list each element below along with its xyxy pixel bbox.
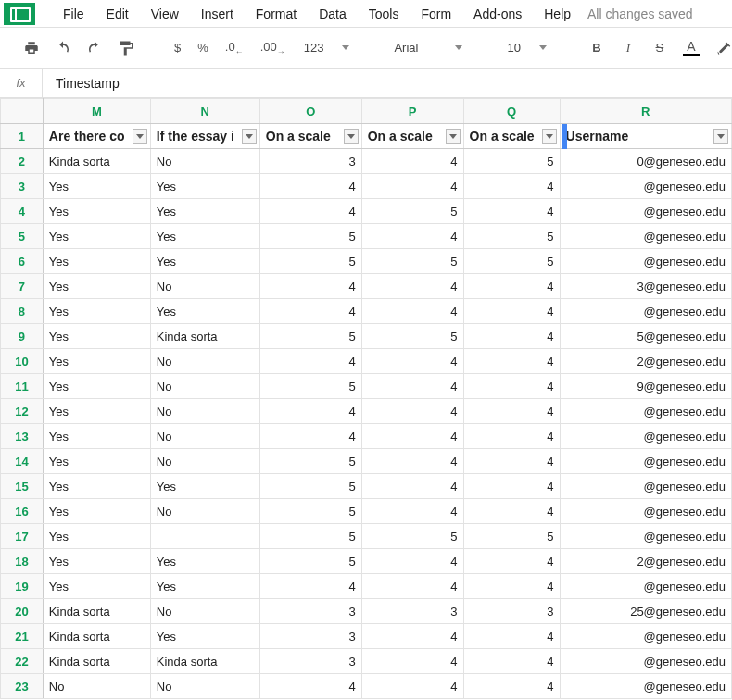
- cell[interactable]: 4: [463, 349, 560, 374]
- cell[interactable]: 4: [361, 574, 463, 599]
- cell[interactable]: 4: [259, 299, 361, 324]
- cell[interactable]: Kinda sorta: [150, 324, 259, 349]
- cell[interactable]: Yes: [43, 299, 150, 324]
- increase-decimal-button[interactable]: .00→: [255, 36, 291, 60]
- cell[interactable]: Yes: [150, 624, 259, 649]
- cell[interactable]: Yes: [43, 424, 150, 449]
- cell[interactable]: Yes: [43, 249, 150, 274]
- column-header-M[interactable]: M: [43, 99, 150, 124]
- cell[interactable]: 5: [259, 524, 361, 549]
- cell[interactable]: 4: [361, 174, 463, 199]
- cell[interactable]: 4: [259, 274, 361, 299]
- cell[interactable]: 3: [361, 599, 463, 624]
- cell[interactable]: 5: [259, 449, 361, 474]
- cell[interactable]: 5: [463, 524, 560, 549]
- cell[interactable]: 4: [361, 374, 463, 399]
- row-header[interactable]: 14: [1, 449, 44, 474]
- cell[interactable]: Yes: [150, 299, 259, 324]
- cell[interactable]: No: [150, 399, 259, 424]
- text-color-button[interactable]: A: [678, 35, 704, 61]
- menu-tools[interactable]: Tools: [358, 3, 410, 25]
- cell[interactable]: 4: [361, 649, 463, 674]
- header-cell[interactable]: Are there co: [43, 124, 150, 149]
- redo-button[interactable]: [82, 35, 107, 61]
- cell[interactable]: 4: [259, 424, 361, 449]
- cell[interactable]: 4: [259, 199, 361, 224]
- cell[interactable]: 4: [361, 449, 463, 474]
- cell[interactable]: 4: [463, 199, 560, 224]
- cell[interactable]: 4: [361, 399, 463, 424]
- cell[interactable]: 4: [463, 674, 560, 699]
- font-size-select[interactable]: 10: [499, 37, 553, 58]
- column-header-Q[interactable]: Q: [463, 99, 560, 124]
- undo-button[interactable]: [50, 35, 76, 61]
- header-cell[interactable]: On a scale: [361, 124, 463, 149]
- cell[interactable]: 4: [463, 324, 560, 349]
- cell[interactable]: Yes: [150, 174, 259, 199]
- cell[interactable]: No: [150, 149, 259, 174]
- cell[interactable]: Yes: [43, 474, 150, 499]
- cell[interactable]: 3: [463, 599, 560, 624]
- fill-color-button[interactable]: [710, 35, 732, 61]
- cell[interactable]: 4: [463, 549, 560, 574]
- cell[interactable]: 3: [259, 649, 361, 674]
- column-header-P[interactable]: P: [361, 99, 463, 124]
- row-header[interactable]: 8: [1, 299, 44, 324]
- cell[interactable]: @geneseo.edu: [560, 574, 731, 599]
- cell[interactable]: 4: [361, 624, 463, 649]
- cell[interactable]: 4: [259, 349, 361, 374]
- cell[interactable]: @geneseo.edu: [560, 474, 731, 499]
- cell[interactable]: Yes: [43, 174, 150, 199]
- cell[interactable]: Yes: [43, 224, 150, 249]
- cell[interactable]: 5: [361, 199, 463, 224]
- row-header[interactable]: 13: [1, 424, 44, 449]
- cell[interactable]: 4: [361, 149, 463, 174]
- bold-button[interactable]: B: [584, 35, 610, 61]
- header-cell[interactable]: On a scale: [463, 124, 560, 149]
- filter-button[interactable]: [344, 129, 359, 144]
- filter-button[interactable]: [542, 129, 557, 144]
- cell[interactable]: No: [150, 349, 259, 374]
- row-header[interactable]: 12: [1, 399, 44, 424]
- cell[interactable]: 4: [463, 474, 560, 499]
- cell[interactable]: No: [150, 674, 259, 699]
- menu-add-ons[interactable]: Add-ons: [462, 3, 533, 25]
- cell[interactable]: 5: [259, 549, 361, 574]
- cell[interactable]: Yes: [150, 474, 259, 499]
- column-header-O[interactable]: O: [259, 99, 361, 124]
- cell[interactable]: 4: [463, 424, 560, 449]
- cell[interactable]: 4: [361, 499, 463, 524]
- cell[interactable]: @geneseo.edu: [560, 449, 731, 474]
- decrease-decimal-button[interactable]: .0←: [220, 36, 249, 60]
- cell[interactable]: 4: [463, 274, 560, 299]
- row-header[interactable]: 19: [1, 574, 44, 599]
- cell[interactable]: 4: [463, 399, 560, 424]
- row-header[interactable]: 9: [1, 324, 44, 349]
- menu-form[interactable]: Form: [410, 3, 462, 25]
- cell[interactable]: Kinda sorta: [43, 624, 150, 649]
- cell[interactable]: 4: [463, 649, 560, 674]
- row-header[interactable]: 21: [1, 624, 44, 649]
- filter-button[interactable]: [713, 129, 728, 144]
- menu-format[interactable]: Format: [245, 3, 308, 25]
- cell[interactable]: 5: [259, 374, 361, 399]
- row-header[interactable]: 11: [1, 374, 44, 399]
- cell[interactable]: 5: [361, 249, 463, 274]
- cell[interactable]: 3: [259, 599, 361, 624]
- cell[interactable]: @geneseo.edu: [560, 224, 731, 249]
- currency-button[interactable]: $: [169, 37, 186, 58]
- row-header[interactable]: 2: [1, 149, 44, 174]
- cell[interactable]: @geneseo.edu: [560, 249, 731, 274]
- cell[interactable]: Yes: [43, 524, 150, 549]
- cell[interactable]: 2@geneseo.edu: [560, 349, 731, 374]
- menu-help[interactable]: Help: [533, 3, 582, 25]
- cell[interactable]: Yes: [43, 399, 150, 424]
- cell[interactable]: 4: [361, 274, 463, 299]
- cell[interactable]: @geneseo.edu: [560, 524, 731, 549]
- cell[interactable]: 4: [361, 299, 463, 324]
- cell[interactable]: [150, 524, 259, 549]
- cell[interactable]: 5: [463, 224, 560, 249]
- sheets-logo-icon[interactable]: [4, 3, 35, 25]
- cell[interactable]: 4: [463, 624, 560, 649]
- row-header[interactable]: 22: [1, 649, 44, 674]
